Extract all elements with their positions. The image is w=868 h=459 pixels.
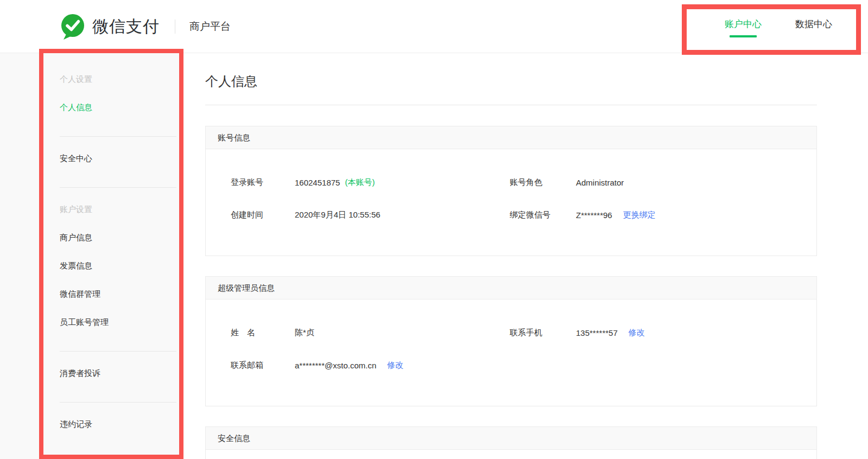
info-field: 账号角色Administrator [510, 177, 624, 188]
section-cards: 账号信息登录账号1602451875(本账号)账号角色Administrator… [205, 126, 868, 459]
nav-tab-account-center[interactable]: 账户中心 [725, 18, 762, 37]
info-field: 绑定微信号Z*******96更换绑定 [510, 210, 656, 220]
info-field: 登录账号1602451875(本账号) [231, 177, 510, 188]
nav-tab-data-center[interactable]: 数据中心 [795, 18, 832, 37]
info-field: 联系邮箱a********@xsto.com.cn修改 [231, 360, 510, 371]
info-row: 登录账号1602451875(本账号)账号角色Administrator [206, 169, 816, 196]
sidebar-item-link[interactable]: 消费者投诉 [0, 359, 181, 387]
title-divider [205, 105, 817, 105]
active-tab-underline [730, 35, 757, 37]
info-field: 联系手机135******57修改 [510, 328, 645, 338]
sidebar-item-active[interactable]: 个人信息 [0, 93, 181, 122]
info-card: 安全信息 [205, 426, 817, 459]
field-extra-tag: (本账号) [345, 177, 375, 188]
info-card-body: 姓 名陈*贞联系手机135******57修改联系邮箱a********@xst… [206, 299, 816, 406]
info-row: 姓 名陈*贞联系手机135******57修改 [206, 319, 816, 346]
nav-tab-label: 数据中心 [795, 18, 832, 30]
sidebar-item-link[interactable]: 商户信息 [0, 224, 181, 252]
field-value: a********@xsto.com.cn [295, 361, 376, 370]
brand-separator [175, 20, 175, 34]
field-value: 1602451875 [295, 178, 340, 187]
field-value: 陈*贞 [295, 328, 314, 338]
field-label: 姓 名 [231, 328, 295, 338]
info-card: 账号信息登录账号1602451875(本账号)账号角色Administrator… [205, 126, 817, 256]
field-action-link[interactable]: 更换绑定 [623, 210, 656, 220]
field-label: 联系手机 [510, 328, 576, 338]
brand-title: 微信支付 [92, 16, 160, 38]
nav-tab-label: 账户中心 [725, 18, 762, 30]
field-value: 2020年9月4日 10:55:56 [295, 210, 381, 220]
info-field: 姓 名陈*贞 [231, 328, 510, 338]
page-title: 个人信息 [205, 73, 868, 90]
wechat-pay-logo-icon [60, 14, 86, 40]
field-value: 135******57 [576, 328, 618, 337]
sidebar-divider [60, 187, 176, 188]
field-value: Z*******96 [576, 211, 612, 220]
sidebar-item-link[interactable]: 发票信息 [0, 252, 181, 280]
info-card-title: 超级管理员信息 [206, 277, 816, 299]
sidebar-item-link[interactable]: 违约记录 [0, 410, 181, 438]
info-card: 超级管理员信息姓 名陈*贞联系手机135******57修改联系邮箱a*****… [205, 276, 817, 406]
main-content: 个人信息 账号信息登录账号1602451875(本账号)账号角色Administ… [181, 53, 868, 459]
sidebar-nav: 个人设置个人信息安全中心账户设置商户信息发票信息微信群管理员工账号管理消费者投诉… [0, 53, 181, 459]
info-row: 创建时间2020年9月4日 10:55:56绑定微信号Z*******96更换绑… [206, 201, 816, 228]
sidebar-divider [60, 402, 176, 403]
top-header: 微信支付 商户平台 账户中心数据中心 [0, 0, 868, 53]
sidebar-item-link[interactable]: 员工账号管理 [0, 308, 181, 336]
sidebar-group-header: 个人设置 [0, 65, 181, 93]
field-label: 登录账号 [231, 177, 295, 188]
portal-title: 商户平台 [189, 20, 231, 34]
info-row: 联系邮箱a********@xsto.com.cn修改 [206, 352, 816, 379]
field-value: Administrator [576, 178, 624, 187]
sidebar-item-link[interactable]: 安全中心 [0, 144, 181, 173]
info-card-title: 安全信息 [206, 427, 816, 450]
field-label: 绑定微信号 [510, 210, 576, 220]
sidebar-divider [60, 351, 176, 352]
brand[interactable]: 微信支付 商户平台 [60, 0, 231, 53]
sidebar-divider [60, 136, 176, 137]
field-action-link[interactable]: 修改 [387, 360, 403, 371]
sidebar-group-header: 账户设置 [0, 195, 181, 224]
field-label: 账号角色 [510, 177, 576, 188]
top-nav: 账户中心数据中心 [725, 18, 832, 37]
info-field: 创建时间2020年9月4日 10:55:56 [231, 210, 510, 220]
info-card-body [206, 450, 816, 459]
info-card-body: 登录账号1602451875(本账号)账号角色Administrator创建时间… [206, 149, 816, 256]
info-card-title: 账号信息 [206, 126, 816, 149]
page: 微信支付 商户平台 账户中心数据中心 个人设置个人信息安全中心账户设置商户信息发… [0, 0, 868, 459]
field-action-link[interactable]: 修改 [629, 328, 645, 338]
field-label: 联系邮箱 [231, 360, 295, 371]
sidebar-item-link[interactable]: 微信群管理 [0, 280, 181, 308]
field-label: 创建时间 [231, 210, 295, 220]
